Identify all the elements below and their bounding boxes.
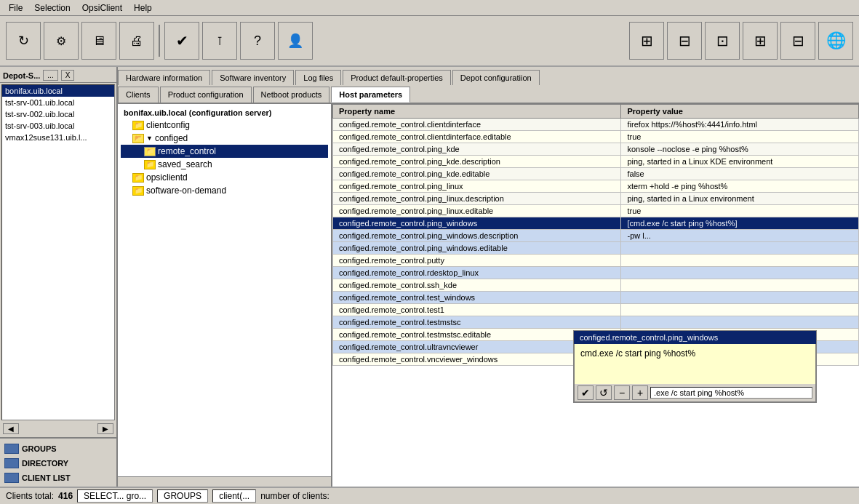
tree-root[interactable]: bonifax.uib.local (configuration server) xyxy=(121,107,328,119)
table-row[interactable]: configed.remote_control.ping_kdekonsole … xyxy=(333,143,859,156)
user-button[interactable]: 👤 xyxy=(278,22,313,60)
prop-value-cell: ping, started in a Linux environment xyxy=(621,193,859,205)
tooltip-ok-btn[interactable]: ✔ xyxy=(578,385,594,400)
table-row[interactable]: configed.remote_control.test_windows xyxy=(333,292,859,304)
right-panel: Hardware information Software inventory … xyxy=(118,67,859,487)
client-item-bonifax[interactable]: bonifax.uib.local xyxy=(2,85,114,97)
table-row[interactable]: configed.remote_control.rdesktop_linux xyxy=(333,267,859,279)
grid3-button[interactable]: ⊡ xyxy=(705,22,740,60)
tree-software-on-demand[interactable]: 📁 software-on-demand xyxy=(121,184,328,197)
depot-btn2[interactable]: X xyxy=(61,70,75,81)
table-row[interactable]: configed.remote_control.clientdinterface… xyxy=(333,131,859,143)
tab-product-config[interactable]: Product configuration xyxy=(160,87,252,103)
remote-control-icon: 📁 xyxy=(144,147,156,156)
grid2-button[interactable]: ⊟ xyxy=(667,22,702,60)
prop-value-cell xyxy=(621,304,859,316)
tree-hscroll[interactable] xyxy=(118,476,331,487)
tab-netboot[interactable]: Netboot products xyxy=(253,87,330,103)
scroll-left-btn[interactable]: ◀ xyxy=(3,423,19,434)
table-row[interactable]: configed.remote_control.clientdinterface… xyxy=(333,119,859,131)
grid5-button[interactable]: ⊟ xyxy=(780,22,815,60)
tree-saved-search[interactable]: 📁 saved_search xyxy=(121,158,328,171)
tab-hardware[interactable]: Hardware information xyxy=(118,70,210,85)
select-group-display[interactable]: SELECT... gro... xyxy=(77,489,153,503)
check-button[interactable]: ✔ xyxy=(164,22,199,60)
table-row[interactable]: configed.remote_control.test1 xyxy=(333,304,859,316)
tab-depot-config[interactable]: Depot configuratiion xyxy=(452,70,540,85)
prop-name-cell: configed.remote_control.testmstsc xyxy=(333,316,621,329)
tooltip-body-text: cmd.exe /c start ping %host% xyxy=(580,348,695,359)
depot-btn1[interactable]: ... xyxy=(43,70,57,81)
table-row[interactable]: configed.remote_control.testmstsc xyxy=(333,316,859,329)
config-button[interactable]: ⚙ xyxy=(44,22,79,60)
menubar: File Selection OpsiClient Help xyxy=(0,0,859,16)
table-row[interactable]: configed.remote_control.ssh_kde xyxy=(333,279,859,292)
prop-name-cell: configed.remote_control.ping_windows.edi… xyxy=(333,242,621,255)
menu-selection[interactable]: Selection xyxy=(28,1,76,15)
grid1-button[interactable]: ⊞ xyxy=(629,22,664,60)
tooltip-minus-btn[interactable]: − xyxy=(614,385,630,400)
prop-name-cell: configed.remote_control.clientdinterface… xyxy=(333,131,621,143)
clients-total-count: 416 xyxy=(58,491,73,501)
statusbar: Clients total: 416 SELECT... gro... GROU… xyxy=(0,487,859,504)
prop-name-cell: configed.remote_control.ping_kde xyxy=(333,143,621,156)
table-row[interactable]: configed.remote_control.ping_linuxxterm … xyxy=(333,180,859,193)
tab-host-params[interactable]: Host parameters xyxy=(331,87,410,103)
tab-clients[interactable]: Clients xyxy=(118,87,159,103)
folder-open-icon: 📂 xyxy=(132,134,144,143)
print-button[interactable]: 🖨 xyxy=(119,22,154,60)
menu-file[interactable]: File xyxy=(3,1,28,15)
tree-remote-control[interactable]: 📁 remote_control xyxy=(121,145,328,158)
prop-value-cell xyxy=(621,242,859,255)
client-list-label: CLIENT LIST xyxy=(22,473,71,482)
tooltip-cancel-btn[interactable]: ↺ xyxy=(596,385,612,400)
groups-item[interactable]: GROUPS xyxy=(1,441,115,456)
client-list: bonifax.uib.local tst-srv-001.uib.local … xyxy=(1,84,115,420)
client-list-item[interactable]: CLIENT LIST xyxy=(1,471,115,485)
saved-search-icon: 📁 xyxy=(144,160,156,169)
table-row[interactable]: configed.remote_control.ping_linux.descr… xyxy=(333,193,859,205)
client-item-tst003[interactable]: tst-srv-003.uib.local xyxy=(2,120,114,132)
filter-button[interactable]: ⊺ xyxy=(202,22,237,60)
tree-configed[interactable]: 📂 ▼ configed xyxy=(121,132,328,145)
table-row[interactable]: configed.remote_control.ping_kde.descrip… xyxy=(333,156,859,168)
tab-software[interactable]: Software inventory xyxy=(212,70,294,85)
client-item-tst001[interactable]: tst-srv-001.uib.local xyxy=(2,97,114,108)
menu-opsiclient[interactable]: OpsiClient xyxy=(76,1,128,15)
tooltip-plus-btn[interactable]: + xyxy=(632,385,648,400)
tree-clientconfig[interactable]: 📁 clientconfig xyxy=(121,119,328,132)
tooltip-footer: ✔ ↺ − + .exe /c start ping %host% xyxy=(574,384,816,402)
software-on-demand-icon: 📁 xyxy=(132,186,144,196)
client-item-vmax[interactable]: vmax12suse131.uib.l... xyxy=(2,132,114,143)
table-row[interactable]: configed.remote_control.ping_windows.des… xyxy=(333,230,859,242)
prop-name-cell: configed.remote_control.ping_linux xyxy=(333,180,621,193)
directory-item[interactable]: DIRECTORY xyxy=(1,456,115,471)
table-row[interactable]: configed.remote_control.ping_windows[cmd… xyxy=(333,217,859,230)
prop-name-cell: configed.remote_control.test1 xyxy=(333,304,621,316)
prop-value-cell xyxy=(621,316,859,329)
tab-default-props[interactable]: Product default-properties xyxy=(343,70,451,85)
help-button[interactable]: ? xyxy=(240,22,275,60)
tab-logfiles[interactable]: Log files xyxy=(295,70,341,85)
left-panel: Depot-S... ... X bonifax.uib.local tst-s… xyxy=(0,67,118,487)
expand-triangle: ▼ xyxy=(146,135,153,142)
depot-label: Depot-S... xyxy=(3,71,40,80)
depot-header: Depot-S... ... X xyxy=(0,67,116,83)
client-list-icon xyxy=(4,473,19,483)
refresh-button[interactable]: ↻ xyxy=(6,22,41,60)
table-row[interactable]: configed.remote_control.ping_kde.editabl… xyxy=(333,168,859,180)
scroll-right-btn[interactable]: ▶ xyxy=(97,423,113,434)
tree-opsiclientd[interactable]: 📁 opsiclientd xyxy=(121,171,328,184)
prop-name-cell: configed.remote_control.rdesktop_linux xyxy=(333,267,621,279)
table-row[interactable]: configed.remote_control.putty xyxy=(333,255,859,267)
table-row[interactable]: configed.remote_control.ping_linux.edita… xyxy=(333,205,859,217)
directory-label: DIRECTORY xyxy=(22,459,68,468)
client-button[interactable]: 🖥 xyxy=(81,22,116,60)
menu-help[interactable]: Help xyxy=(128,1,158,15)
global-button[interactable]: 🌐 xyxy=(818,22,853,60)
client-item-tst002[interactable]: tst-srv-002.uib.local xyxy=(2,108,114,120)
groups-label: GROUPS xyxy=(22,444,57,453)
table-row[interactable]: configed.remote_control.ping_windows.edi… xyxy=(333,242,859,255)
opsiclientd-icon: 📁 xyxy=(132,173,144,183)
grid4-button[interactable]: ⊞ xyxy=(743,22,778,60)
